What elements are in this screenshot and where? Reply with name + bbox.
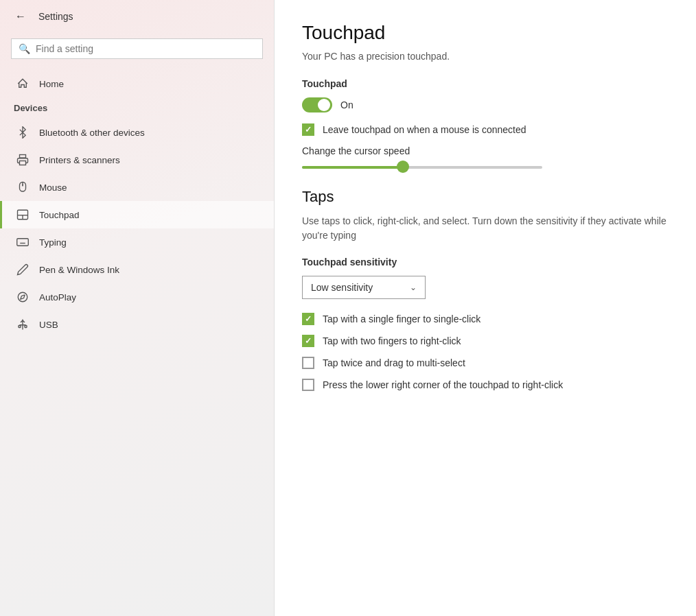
svg-rect-16 bbox=[25, 326, 27, 328]
sidebar-item-pen[interactable]: Pen & Windows Ink bbox=[0, 256, 274, 283]
cursor-speed-section: Change the cursor speed bbox=[302, 145, 669, 169]
search-box[interactable]: 🔍 bbox=[11, 38, 263, 59]
sidebar-item-autoplay-label: AutoPlay bbox=[39, 292, 76, 303]
sidebar-item-bluetooth-label: Bluetooth & other devices bbox=[39, 128, 145, 138]
slider-fill bbox=[302, 166, 403, 169]
toggle-track[interactable] bbox=[302, 97, 332, 112]
sidebar-item-mouse-label: Mouse bbox=[39, 182, 67, 193]
sidebar-item-usb[interactable]: USB bbox=[0, 311, 274, 338]
sensitivity-dropdown[interactable]: Low sensitivity ⌄ bbox=[302, 276, 426, 299]
svg-rect-0 bbox=[20, 155, 26, 158]
tap-drag-label: Tap twice and drag to multi-select bbox=[323, 357, 465, 368]
autoplay-icon bbox=[16, 290, 30, 304]
chevron-down-icon: ⌄ bbox=[410, 283, 417, 292]
main-content: Touchpad Your PC has a precision touchpa… bbox=[275, 0, 696, 616]
svg-rect-15 bbox=[19, 326, 21, 328]
touchpad-icon bbox=[16, 208, 30, 222]
tap-single-row[interactable]: Tap with a single finger to single-click bbox=[302, 313, 669, 325]
settings-title: Settings bbox=[38, 11, 73, 22]
usb-icon bbox=[16, 318, 30, 331]
typing-icon bbox=[16, 235, 30, 249]
sidebar-item-usb-label: USB bbox=[39, 320, 58, 330]
leave-touchpad-label: Leave touchpad on when a mouse is connec… bbox=[323, 124, 526, 135]
devices-section-label: Devices bbox=[0, 97, 274, 119]
tap-two-label: Tap with two fingers to right-click bbox=[323, 335, 461, 346]
taps-title: Taps bbox=[302, 188, 669, 206]
sensitivity-value: Low sensitivity bbox=[311, 282, 373, 293]
tap-two-checkbox[interactable] bbox=[302, 335, 314, 347]
sidebar-item-mouse[interactable]: Mouse bbox=[0, 174, 274, 201]
sidebar-item-printers[interactable]: Printers & scanners bbox=[0, 146, 274, 174]
back-button[interactable]: ← bbox=[11, 7, 30, 26]
tap-lower-row[interactable]: Press the lower right corner of the touc… bbox=[302, 379, 669, 391]
cursor-speed-slider-track[interactable] bbox=[302, 166, 542, 169]
search-icon: 🔍 bbox=[19, 43, 30, 54]
sidebar-item-touchpad[interactable]: Touchpad bbox=[0, 201, 274, 228]
cursor-speed-label: Change the cursor speed bbox=[302, 145, 669, 156]
sidebar-item-autoplay[interactable]: AutoPlay bbox=[0, 283, 274, 311]
toggle-thumb bbox=[318, 99, 330, 111]
leave-touchpad-row[interactable]: Leave touchpad on when a mouse is connec… bbox=[302, 123, 669, 136]
tap-lower-checkbox[interactable] bbox=[302, 379, 314, 391]
tap-two-row[interactable]: Tap with two fingers to right-click bbox=[302, 335, 669, 347]
sidebar-item-printers-label: Printers & scanners bbox=[39, 155, 120, 165]
sidebar-item-typing-label: Typing bbox=[39, 237, 67, 248]
tap-lower-label: Press the lower right corner of the touc… bbox=[323, 379, 563, 390]
touchpad-toggle-row: On bbox=[302, 97, 669, 112]
sidebar-item-touchpad-label: Touchpad bbox=[39, 210, 80, 220]
sensitivity-label: Touchpad sensitivity bbox=[302, 257, 669, 268]
sidebar-item-home-label: Home bbox=[39, 79, 64, 89]
page-title: Touchpad bbox=[302, 22, 669, 44]
touchpad-toggle[interactable] bbox=[302, 97, 332, 112]
sidebar-item-bluetooth[interactable]: Bluetooth & other devices bbox=[0, 119, 274, 146]
svg-rect-1 bbox=[20, 161, 26, 165]
taps-section: Taps Use taps to click, right-click, and… bbox=[302, 188, 669, 391]
sidebar-header: ← Settings bbox=[0, 0, 274, 33]
tap-single-label: Tap with a single finger to single-click bbox=[323, 313, 480, 324]
touchpad-section-label: Touchpad bbox=[302, 78, 669, 89]
svg-rect-8 bbox=[17, 239, 29, 246]
mouse-icon bbox=[16, 180, 30, 194]
slider-thumb[interactable] bbox=[397, 161, 409, 173]
leave-touchpad-checkbox[interactable] bbox=[302, 123, 314, 136]
taps-description: Use taps to click, right-click, and sele… bbox=[302, 214, 669, 243]
bluetooth-icon bbox=[16, 126, 30, 139]
sidebar-item-typing[interactable]: Typing bbox=[0, 228, 274, 256]
subtitle: Your PC has a precision touchpad. bbox=[302, 51, 669, 62]
sidebar-item-pen-label: Pen & Windows Ink bbox=[39, 265, 119, 275]
toggle-on-label: On bbox=[340, 99, 353, 110]
tap-drag-row[interactable]: Tap twice and drag to multi-select bbox=[302, 357, 669, 369]
pen-icon bbox=[16, 263, 30, 276]
tap-single-checkbox[interactable] bbox=[302, 313, 314, 325]
svg-point-14 bbox=[18, 292, 27, 302]
printer-icon bbox=[16, 153, 30, 167]
tap-drag-checkbox[interactable] bbox=[302, 357, 314, 369]
home-icon bbox=[16, 77, 30, 91]
sidebar: ← Settings 🔍 Home Devices Bluetooth & ot… bbox=[0, 0, 275, 616]
sidebar-item-home[interactable]: Home bbox=[0, 70, 274, 97]
search-input[interactable] bbox=[36, 43, 255, 54]
